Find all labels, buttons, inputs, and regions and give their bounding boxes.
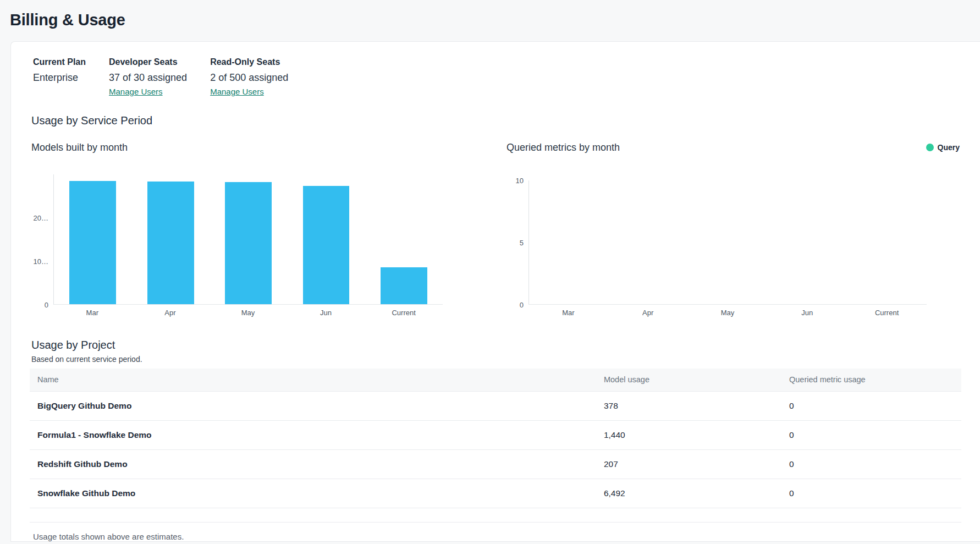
plan-summary: Current Plan Enterprise Developer Seats … [31,57,960,97]
table-row: BigQuery Github Demo 378 0 [30,391,961,420]
bar-current [381,267,427,304]
queried-metric-usage-cell: 0 [781,479,961,508]
plot [53,174,443,305]
y-axis: 010…20… [31,174,53,305]
table-row: Redshift Github Demo 207 0 [30,449,961,479]
y-axis-tick-label: 5 [520,239,524,246]
y-axis-tick-label: 20… [34,215,48,222]
model-usage-cell: 6,492 [596,479,781,508]
x-axis-label: May [209,309,287,317]
bar-slot [287,174,365,304]
bar-slot [768,180,847,304]
developer-seats-manage-users-link[interactable]: Manage Users [109,87,163,96]
current-plan-label: Current Plan [33,57,86,67]
x-axis-label: Jun [767,309,847,317]
project-name-cell: Formula1 - Snowflake Demo [30,420,596,449]
queried-metric-usage-cell: 0 [781,420,961,449]
readonly-seats-value: 2 of 500 assigned [210,72,288,84]
x-axis-label: Mar [528,309,608,317]
column-header-queried-metric-usage: Queried metric usage [781,369,961,391]
y-axis-tick-label: 10… [34,258,48,265]
queried-metric-usage-cell: 0 [781,391,961,420]
bar-slot [529,180,609,304]
table-empty-row [30,508,961,522]
chart-legend: Query [926,143,960,152]
x-axis: MarAprMayJunCurrent [506,309,960,317]
x-axis-label: Apr [608,309,688,317]
queried-metrics-chart: Queried metrics by month Query 0510 MarA… [506,141,960,317]
readonly-seats-manage-users-link[interactable]: Manage Users [210,87,264,96]
x-axis-label: Current [847,309,927,317]
section-title-usage-by-project: Usage by Project [31,339,960,351]
bar-slot [847,180,927,304]
query-legend-dot-icon [926,144,934,151]
usage-by-project-subtitle: Based on current service period. [31,355,960,364]
charts-grid: Models built by month 010…20… MarAprMayJ… [31,141,960,317]
project-name-cell: Redshift Github Demo [30,449,596,479]
model-usage-cell: 1,440 [596,420,781,449]
bar-slot [54,174,131,304]
current-plan-block: Current Plan Enterprise [33,57,86,97]
usage-estimates-note: Usage totals shown above are estimates. [31,532,960,541]
bar-may [225,182,272,304]
bar-apr [147,182,194,304]
plot [528,180,927,305]
column-header-model-usage: Model usage [596,369,781,391]
x-axis-label: May [688,309,768,317]
bar-slot [609,180,689,304]
x-axis-label: Apr [131,309,210,317]
page-header: Billing & Usage [0,0,980,41]
query-legend-label: Query [938,143,960,152]
developer-seats-block: Developer Seats 37 of 30 assigned Manage… [109,57,187,97]
models-built-chart: Models built by month 010…20… MarAprMayJ… [31,141,476,317]
y-axis-tick-label: 0 [45,301,48,309]
billing-card: Current Plan Enterprise Developer Seats … [10,41,980,542]
model-usage-cell: 207 [596,449,781,479]
readonly-seats-label: Read-Only Seats [210,57,288,67]
table-row: Snowflake Github Demo 6,492 0 [30,479,961,508]
queried-metrics-plot-area: 0510 [506,180,960,305]
table-header-row: Name Model usage Queried metric usage [30,369,961,391]
bar-mar [69,181,116,304]
project-name-cell: Snowflake Github Demo [30,479,596,508]
x-axis-label: Jun [287,309,365,317]
usage-by-project-table: Name Model usage Queried metric usage Bi… [30,369,961,523]
project-name-cell: BigQuery Github Demo [30,391,596,420]
y-axis-tick-label: 0 [520,301,524,309]
readonly-seats-block: Read-Only Seats 2 of 500 assigned Manage… [210,57,288,97]
x-axis-label: Current [365,309,443,317]
bar-slot [688,180,768,304]
developer-seats-value: 37 of 30 assigned [109,72,187,84]
bar-slot [210,174,287,304]
x-axis-label: Mar [53,309,131,317]
bar-jun [303,186,350,304]
bar-slot [131,174,209,304]
queried-metrics-chart-title: Queried metrics by month [506,142,620,153]
bar-slot [365,174,443,304]
models-built-chart-title: Models built by month [31,142,128,153]
section-title-usage-by-service-period: Usage by Service Period [31,114,960,127]
y-axis: 0510 [506,180,528,305]
page-title: Billing & Usage [10,11,970,29]
y-axis-tick-label: 10 [516,177,524,184]
current-plan-value: Enterprise [33,72,86,84]
column-header-name: Name [30,369,596,391]
models-built-plot-area: 010…20… [31,174,476,305]
model-usage-cell: 378 [596,391,781,420]
table-row: Formula1 - Snowflake Demo 1,440 0 [30,420,961,449]
developer-seats-label: Developer Seats [109,57,187,67]
queried-metric-usage-cell: 0 [781,449,961,479]
x-axis: MarAprMayJunCurrent [31,309,476,317]
